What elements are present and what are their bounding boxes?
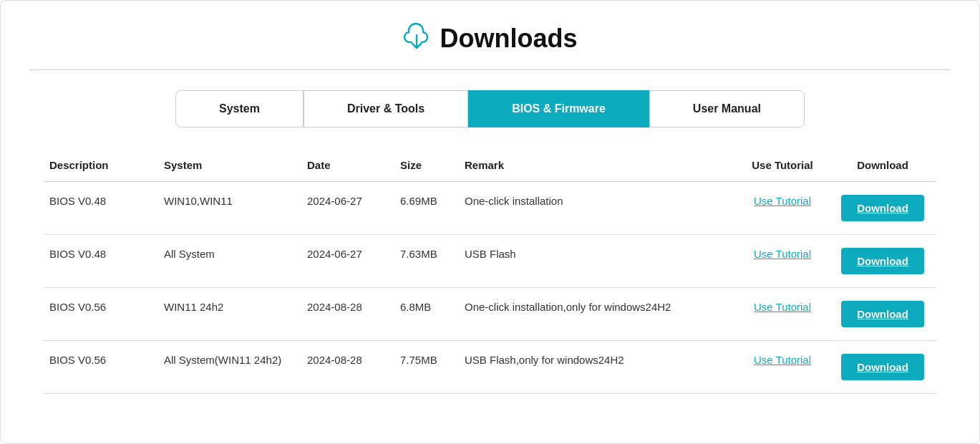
cell-tutorial-2: Use Tutorial [736,288,829,341]
cell-remark-2: One-click installation,only for windows2… [459,288,736,341]
cell-description-2: BIOS V0.56 [44,288,158,341]
page-wrapper: Downloads System Driver & Tools BIOS & F… [0,0,980,444]
col-header-date: Date [301,149,394,182]
cell-tutorial-0: Use Tutorial [736,182,829,235]
tab-driver-tools[interactable]: Driver & Tools [304,90,468,127]
table-row: BIOS V0.56 All System(WIN11 24h2) 2024-0… [44,341,936,394]
cell-system-2: WIN11 24h2 [158,288,301,341]
cell-system-0: WIN10,WIN11 [158,182,301,235]
tab-system[interactable]: System [175,90,304,127]
cell-date-0: 2024-06-27 [301,182,394,235]
cell-system-3: All System(WIN11 24h2) [158,341,301,394]
cell-download-3: Download [829,341,936,394]
cell-system-1: All System [158,235,301,288]
cell-size-2: 6.8MB [394,288,459,341]
download-button-3[interactable]: Download [841,354,924,380]
tabs-section: System Driver & Tools BIOS & Firmware Us… [1,70,979,142]
col-header-remark: Remark [459,149,736,182]
cell-remark-1: USB Flash [459,235,736,288]
cell-size-3: 7.75MB [394,341,459,394]
cell-description-0: BIOS V0.48 [44,182,158,235]
cell-size-1: 7.63MB [394,235,459,288]
downloads-table: Description System Date Size Remark Use … [44,149,936,394]
download-button-2[interactable]: Download [841,301,924,327]
cell-remark-3: USB Flash,only for windows24H2 [459,341,736,394]
tab-bios-firmware[interactable]: BIOS & Firmware [468,90,649,127]
cell-download-0: Download [829,182,936,235]
cell-tutorial-3: Use Tutorial [736,341,829,394]
header-section: Downloads [1,1,979,69]
use-tutorial-button-3[interactable]: Use Tutorial [754,354,811,366]
cell-description-1: BIOS V0.48 [44,235,158,288]
cell-date-1: 2024-06-27 [301,235,394,288]
col-header-size: Size [394,149,459,182]
table-section: Description System Date Size Remark Use … [1,142,979,401]
col-header-use-tutorial: Use Tutorial [736,149,829,182]
table-row: BIOS V0.48 WIN10,WIN11 2024-06-27 6.69MB… [44,182,936,235]
cell-date-2: 2024-08-28 [301,288,394,341]
table-row: BIOS V0.48 All System 2024-06-27 7.63MB … [44,235,936,288]
col-header-download: Download [829,149,936,182]
page-title: Downloads [440,24,577,54]
table-row: BIOS V0.56 WIN11 24h2 2024-08-28 6.8MB O… [44,288,936,341]
cell-download-1: Download [829,235,936,288]
cell-download-2: Download [829,288,936,341]
use-tutorial-button-1[interactable]: Use Tutorial [754,248,811,260]
use-tutorial-button-2[interactable]: Use Tutorial [754,301,811,313]
col-header-description: Description [44,149,158,182]
tab-user-manual[interactable]: User Manual [649,90,805,127]
download-button-0[interactable]: Download [841,195,924,221]
cell-remark-0: One-click installation [459,182,736,235]
cell-description-3: BIOS V0.56 [44,341,158,394]
download-cloud-icon [402,22,431,55]
table-header-row: Description System Date Size Remark Use … [44,149,936,182]
col-header-system: System [158,149,301,182]
cell-tutorial-1: Use Tutorial [736,235,829,288]
download-button-1[interactable]: Download [841,248,924,274]
cell-date-3: 2024-08-28 [301,341,394,394]
cell-size-0: 6.69MB [394,182,459,235]
use-tutorial-button-0[interactable]: Use Tutorial [754,195,811,207]
